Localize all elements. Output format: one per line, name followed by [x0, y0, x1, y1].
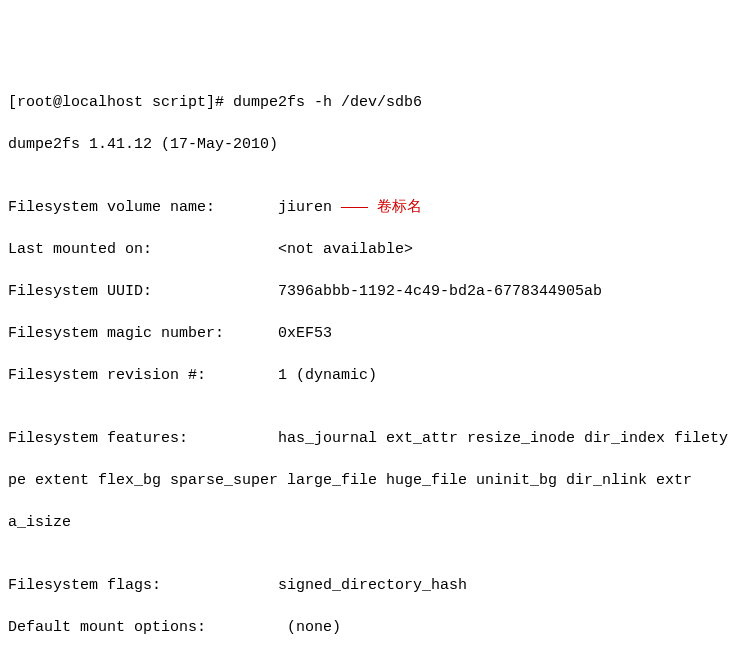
default-mount-row: Default mount options: (none): [8, 617, 742, 638]
fs-revision-row: Filesystem revision #:1 (dynamic): [8, 365, 742, 386]
field-label: Default mount options:: [8, 617, 278, 638]
field-value: has_journal ext_attr resize_inode dir_in…: [278, 430, 728, 447]
field-label: Last mounted on:: [8, 239, 278, 260]
field-value: 0xEF53: [278, 325, 332, 342]
terminal-prompt: [root@localhost script]# dumpe2fs -h /de…: [8, 94, 422, 111]
field-label: Filesystem flags:: [8, 575, 278, 596]
version-line: dumpe2fs 1.41.12 (17-May-2010): [8, 134, 742, 155]
field-label: Filesystem magic number:: [8, 323, 278, 344]
fs-volume-row: Filesystem volume name:jiuren ——— 卷标名: [8, 197, 742, 218]
field-value: (none): [278, 619, 341, 636]
field-value-cont: pe extent flex_bg sparse_super large_fil…: [8, 472, 692, 489]
field-label: Filesystem volume name:: [8, 197, 278, 218]
field-value: jiuren: [278, 199, 332, 216]
field-value: <not available>: [278, 241, 413, 258]
field-label: Filesystem UUID:: [8, 281, 278, 302]
terminal-prompt-line: [root@localhost script]# dumpe2fs -h /de…: [8, 92, 742, 113]
field-value: 7396abbb-1192-4c49-bd2a-6778344905ab: [278, 283, 602, 300]
field-value: 1 (dynamic): [278, 367, 377, 384]
annotation-text: 卷标名: [377, 199, 422, 216]
fs-uuid-row: Filesystem UUID:7396abbb-1192-4c49-bd2a-…: [8, 281, 742, 302]
fs-features-row1: Filesystem features:has_journal ext_attr…: [8, 428, 742, 449]
fs-features-row2: pe extent flex_bg sparse_super large_fil…: [8, 470, 742, 491]
version-text: dumpe2fs 1.41.12 (17-May-2010): [8, 136, 278, 153]
field-value-cont: a_isize: [8, 514, 71, 531]
field-label: Filesystem revision #:: [8, 365, 278, 386]
annotation-dash: ———: [332, 199, 377, 216]
fs-features-row3: a_isize: [8, 512, 742, 533]
field-value: signed_directory_hash: [278, 577, 467, 594]
field-label: Filesystem features:: [8, 428, 278, 449]
fs-magic-row: Filesystem magic number:0xEF53: [8, 323, 742, 344]
fs-flags-row: Filesystem flags:signed_directory_hash: [8, 575, 742, 596]
last-mounted-row: Last mounted on:<not available>: [8, 239, 742, 260]
